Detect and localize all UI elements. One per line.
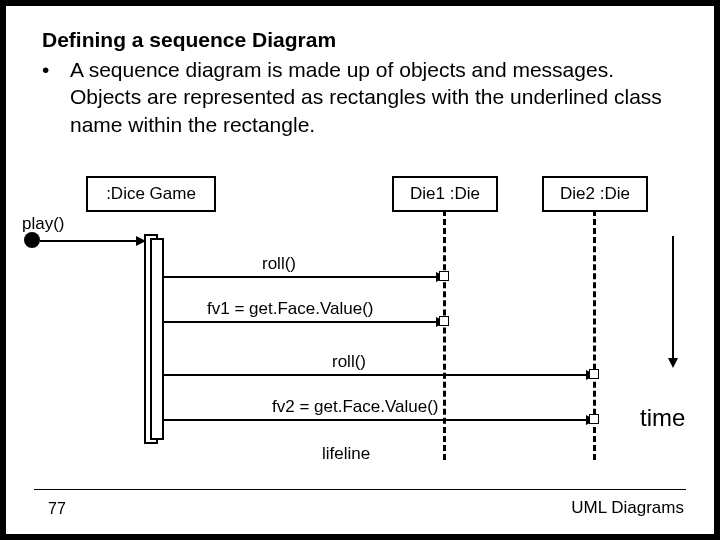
label-fv2: fv2 = get.Face.Value(): [272, 397, 438, 417]
message-roll1: [164, 276, 444, 278]
label-fv1: fv1 = get.Face.Value(): [207, 299, 373, 319]
text-content: Defining a sequence Diagram • A sequence…: [6, 6, 714, 138]
slide-heading: Defining a sequence Diagram: [42, 28, 686, 52]
exec-spec-die2-fv: [589, 414, 599, 424]
message-fv2: [164, 419, 594, 421]
label-play: play(): [22, 214, 65, 234]
bullet-text: A sequence diagram is made up of objects…: [70, 56, 686, 138]
exec-spec-die1-fv: [439, 316, 449, 326]
arrowhead-icon: [136, 236, 146, 246]
object-die1: Die1 :Die: [392, 176, 498, 212]
object-dicegame: :Dice Game: [86, 176, 216, 212]
bullet-item: • A sequence diagram is made up of objec…: [42, 56, 686, 138]
time-arrow-icon: [672, 236, 674, 366]
message-fv1: [164, 321, 444, 323]
page-number: 77: [48, 500, 66, 518]
bullet-marker: •: [42, 56, 70, 138]
object-die2: Die2 :Die: [542, 176, 648, 212]
message-roll2: [164, 374, 594, 376]
exec-spec-die2-roll: [589, 369, 599, 379]
label-roll2: roll(): [332, 352, 366, 372]
message-play: [40, 240, 144, 242]
label-roll1: roll(): [262, 254, 296, 274]
footer-divider: [34, 489, 686, 490]
slide-frame: Defining a sequence Diagram • A sequence…: [0, 0, 720, 540]
lifeline-die1: [443, 210, 446, 460]
label-time: time: [640, 404, 685, 432]
label-lifeline: lifeline: [322, 444, 370, 464]
sequence-diagram: :Dice Game Die1 :Die Die2 :Die play() ro…: [12, 176, 708, 478]
exec-spec-die1-roll: [439, 271, 449, 281]
start-node-icon: [24, 232, 40, 248]
activation-dicegame-inner: [150, 238, 164, 440]
footer-title: UML Diagrams: [571, 498, 684, 518]
